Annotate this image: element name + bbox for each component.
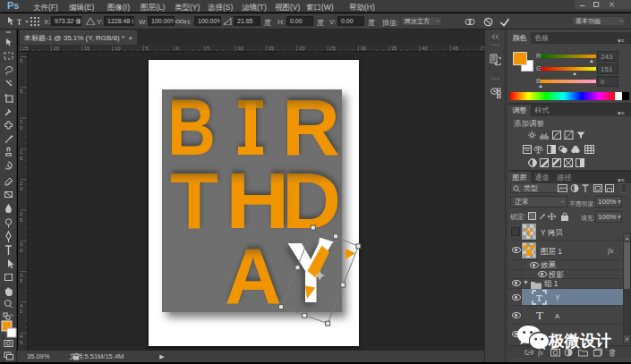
svg-text:35: 35 bbox=[391, 46, 397, 51]
svg-text:45: 45 bbox=[452, 46, 458, 51]
svg-text:15: 15 bbox=[84, 46, 90, 51]
svg-text:2: 2 bbox=[20, 211, 23, 216]
svg-text:3: 3 bbox=[20, 273, 23, 278]
svg-text:0: 0 bbox=[20, 186, 23, 191]
svg-text:0: 0 bbox=[20, 248, 23, 253]
svg-text:25: 25 bbox=[22, 46, 29, 51]
svg-text:0: 0 bbox=[20, 58, 23, 63]
svg-text:1: 1 bbox=[20, 119, 23, 124]
svg-text:40: 40 bbox=[422, 46, 428, 51]
svg-text:4: 4 bbox=[20, 303, 23, 309]
svg-text:T: T bbox=[536, 292, 542, 303]
svg-text:15: 15 bbox=[269, 46, 275, 51]
svg-text:5: 5 bbox=[20, 278, 23, 284]
svg-text:4: 4 bbox=[20, 334, 23, 339]
svg-text:0: 0 bbox=[20, 125, 23, 131]
svg-text:5: 5 bbox=[20, 89, 23, 94]
svg-text:5: 5 bbox=[145, 46, 149, 51]
svg-text:30: 30 bbox=[360, 46, 366, 51]
svg-text:1: 1 bbox=[20, 149, 23, 155]
svg-text:3: 3 bbox=[20, 241, 23, 247]
svg-text:Y: Y bbox=[525, 225, 533, 239]
svg-text:5: 5 bbox=[20, 340, 23, 345]
svg-text:2: 2 bbox=[20, 181, 23, 186]
svg-text:20: 20 bbox=[53, 46, 59, 51]
svg-text:5: 5 bbox=[20, 156, 23, 161]
svg-text:0: 0 bbox=[176, 46, 180, 51]
svg-text:5: 5 bbox=[20, 217, 23, 223]
svg-text:20: 20 bbox=[299, 46, 305, 51]
svg-text:25: 25 bbox=[329, 46, 336, 51]
svg-text:10: 10 bbox=[237, 46, 243, 51]
svg-text:5: 5 bbox=[207, 46, 210, 51]
svg-text:0: 0 bbox=[20, 309, 23, 314]
svg-text:10: 10 bbox=[115, 46, 121, 51]
